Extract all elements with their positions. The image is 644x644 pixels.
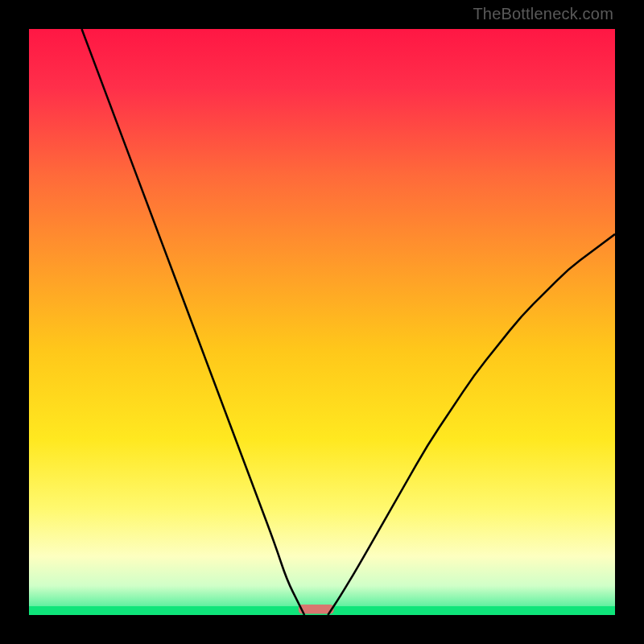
plot-area: [29, 29, 615, 615]
watermark-text: TheBottleneck.com: [473, 5, 613, 23]
outer-frame: TheBottleneck.com: [0, 0, 644, 644]
curve-layer: [29, 29, 615, 615]
curve-right: [328, 234, 615, 615]
curve-left: [82, 29, 305, 615]
